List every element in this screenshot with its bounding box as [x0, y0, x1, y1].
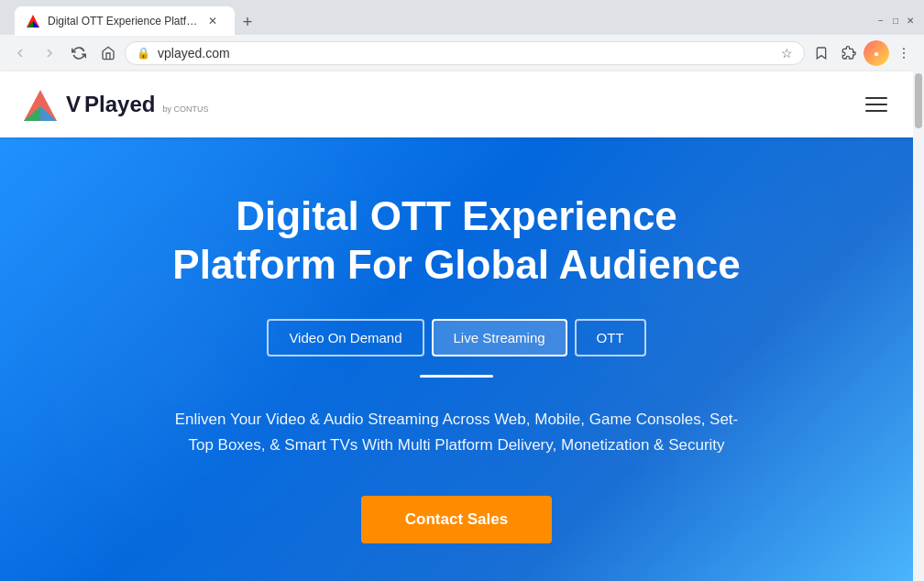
restore-button[interactable]: □ [889, 14, 902, 27]
tab-title: Digital OTT Experience Platform [48, 15, 198, 27]
more-dots-icon [896, 46, 911, 60]
active-tab[interactable]: Digital OTT Experience Platform ✕ [15, 6, 235, 36]
video-on-demand-tab[interactable]: Video On Demand [267, 319, 424, 356]
address-text: vplayed.com [158, 46, 774, 60]
hamburger-line-1 [865, 97, 887, 99]
back-icon [13, 46, 28, 60]
hero-tab-buttons: Video On Demand Live Streaming OTT [172, 319, 741, 356]
ott-tab[interactable]: OTT [575, 319, 646, 356]
nav-right-icons: ● [808, 40, 917, 66]
security-lock-icon: 🔒 [137, 47, 150, 60]
hero-description: Enliven Your Video & Audio Streaming Acr… [172, 407, 741, 460]
svg-point-3 [903, 48, 905, 49]
logo-text: VPlayed by CONTUS [66, 92, 208, 117]
window-controls: − □ ✕ [874, 14, 917, 27]
hamburger-line-2 [865, 104, 887, 105]
hamburger-line-3 [865, 110, 887, 112]
scrollbar-track[interactable] [913, 71, 924, 581]
address-bar[interactable]: 🔒 vplayed.com ☆ [125, 41, 805, 65]
tab-favicon [26, 14, 40, 28]
bookmark-button[interactable] [808, 40, 834, 66]
navigation-bar: 🔒 vplayed.com ☆ ● [0, 35, 924, 71]
reload-button[interactable] [66, 40, 92, 66]
browser-content: VPlayed by CONTUS Digital OTT Experienc [0, 71, 924, 581]
hero-title-line2: Platform For Global Audience [172, 242, 740, 287]
logo-v: V [66, 92, 81, 117]
tab-close-button[interactable]: ✕ [205, 14, 220, 28]
logo: VPlayed by CONTUS [22, 86, 208, 123]
forward-button[interactable] [37, 40, 62, 66]
reload-icon [72, 46, 86, 60]
svg-point-4 [903, 52, 905, 54]
bookmark-icon [814, 46, 829, 60]
minimize-button[interactable]: − [874, 14, 887, 27]
logo-brand-row: VPlayed by CONTUS [66, 92, 208, 117]
hero-section: Digital OTT Experience Platform For Glob… [0, 137, 913, 581]
home-icon [101, 46, 116, 60]
menu-dots-button[interactable] [891, 40, 917, 66]
vplayed-logo-icon [22, 86, 59, 123]
puzzle-icon [842, 46, 856, 60]
hamburger-menu-button[interactable] [862, 93, 891, 115]
svg-point-5 [903, 57, 905, 59]
new-tab-button[interactable]: + [235, 9, 260, 35]
webpage: VPlayed by CONTUS Digital OTT Experienc [0, 71, 913, 581]
logo-by-contus: by CONTUS [162, 104, 208, 114]
avatar-button[interactable]: ● [864, 40, 889, 66]
home-button[interactable] [95, 40, 121, 66]
hero-title-line1: Digital OTT Experience [236, 193, 677, 238]
extensions-button[interactable] [836, 40, 862, 66]
hero-title: Digital OTT Experience Platform For Glob… [172, 192, 741, 290]
title-bar: Digital OTT Experience Platform ✕ + − □ … [0, 0, 924, 35]
forward-icon [42, 46, 57, 60]
bookmark-star-icon[interactable]: ☆ [781, 46, 793, 60]
live-streaming-tab[interactable]: Live Streaming [432, 319, 567, 356]
close-button[interactable]: ✕ [904, 14, 917, 27]
avatar-initial: ● [874, 49, 879, 59]
scrollbar-thumb[interactable] [915, 73, 922, 128]
tab-underline [420, 375, 493, 378]
logo-played: Played [84, 92, 155, 117]
browser-window: Digital OTT Experience Platform ✕ + − □ … [0, 0, 924, 581]
contact-sales-button[interactable]: Contact Sales [361, 496, 552, 543]
back-button[interactable] [7, 40, 33, 66]
site-header: VPlayed by CONTUS [0, 71, 913, 137]
hero-content: Digital OTT Experience Platform For Glob… [172, 192, 741, 543]
tab-bar: Digital OTT Experience Platform ✕ + [7, 5, 268, 35]
